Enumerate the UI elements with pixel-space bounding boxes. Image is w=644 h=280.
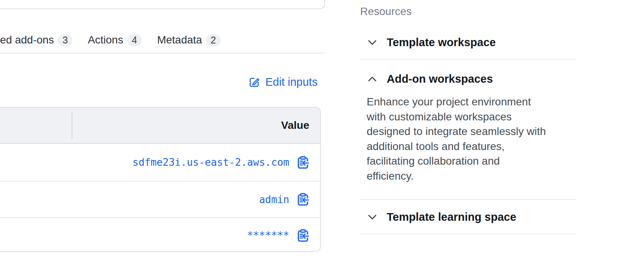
sidebar-divider xyxy=(360,233,576,234)
page: ed add-ons 3 Actions 4 Metadata 2 Edit i… xyxy=(0,0,644,280)
input-value: ******* xyxy=(247,230,289,241)
card-above-fragment xyxy=(0,0,325,9)
column-divider xyxy=(72,112,72,138)
resources-sidebar: Resources Template workspace Add-on work… xyxy=(360,0,576,280)
accordion-label: Add-on workspaces xyxy=(387,73,493,85)
accordion-description: Enhance your project environment with cu… xyxy=(367,95,576,183)
tab-label: ed add-ons xyxy=(0,34,54,46)
tab-label: Metadata xyxy=(157,34,202,46)
tab-count-badge: 2 xyxy=(206,34,221,46)
table-header-row: Value xyxy=(0,108,320,144)
tab-installed-add-ons[interactable]: ed add-ons 3 xyxy=(0,34,72,46)
edit-icon xyxy=(248,76,260,88)
accordion-add-on-workspaces[interactable]: Add-on workspaces xyxy=(368,73,493,85)
table-row: admin xyxy=(0,181,320,217)
edit-inputs-label: Edit inputs xyxy=(265,76,317,88)
table-row: sdfme23i.us-east-2.aws.com xyxy=(0,144,320,181)
accordion-label: Template workspace xyxy=(387,36,496,49)
sidebar-divider xyxy=(360,199,576,200)
inputs-table: Value sdfme23i.us-east-2.aws.com admin xyxy=(0,107,321,252)
copy-button[interactable] xyxy=(297,156,309,169)
sidebar-title: Resources xyxy=(360,5,412,18)
edit-inputs-button[interactable]: Edit inputs xyxy=(248,75,317,89)
chevron-down-icon xyxy=(368,214,377,220)
copy-button[interactable] xyxy=(297,193,309,206)
chevron-up-icon xyxy=(368,76,377,82)
tab-metadata[interactable]: Metadata 2 xyxy=(157,34,221,46)
tab-strip: ed add-ons 3 Actions 4 Metadata 2 xyxy=(0,32,221,48)
accordion-template-learning-space[interactable]: Template learning space xyxy=(368,211,516,223)
chevron-down-icon xyxy=(368,40,377,45)
sidebar-divider xyxy=(360,59,576,60)
tab-count-badge: 3 xyxy=(58,34,72,46)
tab-actions[interactable]: Actions 4 xyxy=(88,34,142,46)
table-row: ******* xyxy=(0,217,320,252)
accordion-label: Template learning space xyxy=(387,211,516,223)
copy-button[interactable] xyxy=(297,229,309,242)
tab-label: Actions xyxy=(88,34,123,46)
accordion-template-workspace[interactable]: Template workspace xyxy=(368,36,496,49)
tabs-divider xyxy=(0,53,324,53)
input-value: admin xyxy=(259,194,289,205)
value-column-header: Value xyxy=(281,108,309,143)
input-value: sdfme23i.us-east-2.aws.com xyxy=(132,157,289,168)
tab-count-badge: 4 xyxy=(127,34,142,46)
